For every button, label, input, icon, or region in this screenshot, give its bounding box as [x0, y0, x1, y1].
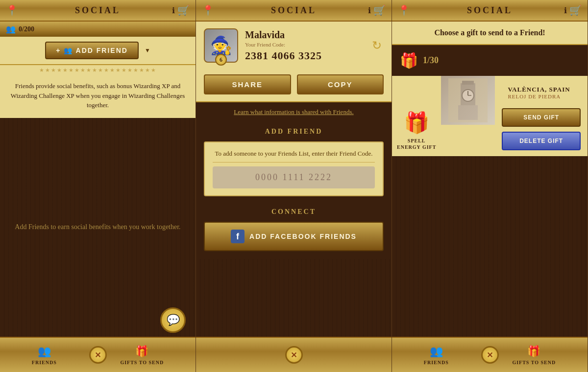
panel2-dark-filler — [196, 259, 392, 337]
avatar-container: 🧙 6 — [204, 28, 238, 63]
input-divider — [213, 162, 375, 163]
gift-card-right: VALÈNCIA, SPAIN RELOJ DE PIEDRA SEND GIF… — [441, 76, 588, 156]
info-icon-1[interactable]: ℹ — [172, 6, 175, 15]
gift-location-info: VALÈNCIA, SPAIN RELOJ DE PIEDRA — [502, 82, 581, 103]
gift-location-country: VALÈNCIA, SPAIN — [508, 86, 575, 93]
gift-box-icon: 🎁 — [404, 111, 429, 135]
location-icon-3: 📍 — [398, 4, 410, 16]
dark-content-area: Add Friends to earn social benefits when… — [0, 118, 196, 337]
chat-icon: 💬 — [167, 314, 180, 326]
connect-section-title: CONNECT — [204, 208, 384, 216]
info-icon-3[interactable]: ℹ — [564, 6, 567, 15]
gifts-tab-label-3: GIFTS TO SEND — [512, 360, 556, 365]
choose-gift-header: Choose a gift to send to a Friend! — [392, 22, 588, 45]
connect-section: CONNECT f ADD FACEBOOK FRIENDS — [196, 202, 392, 259]
title-2: SOCIAL — [271, 5, 317, 16]
delete-gift-button[interactable]: DELETE GIFT — [502, 132, 581, 150]
close-button-3[interactable]: ✕ — [481, 346, 499, 364]
gift-photo — [441, 76, 495, 125]
stars-divider: ★★★★★★★★★★★★★★★★★★★★ — [0, 65, 196, 75]
facebook-btn-label: ADD FACEBOOK FRIENDS — [249, 232, 357, 240]
cart-icon-3[interactable]: 🛒 — [569, 4, 582, 16]
learn-link[interactable]: Learn what information is shared with Fr… — [196, 102, 392, 122]
add-friend-button[interactable]: + 👥 ADD FRIEND — [45, 42, 139, 59]
add-friend-section: ADD FRIEND To add someone to your Friend… — [196, 122, 392, 202]
cart-icon-2[interactable]: 🛒 — [373, 4, 386, 16]
friend-code-input-box: To add someone to your Friends List, ent… — [204, 141, 384, 196]
dropdown-arrow: ▼ — [145, 47, 150, 54]
friend-code-label: Your Friend Code: — [245, 42, 363, 47]
friends-count-text: 0/200 — [19, 25, 34, 33]
cart-icon-1[interactable]: 🛒 — [177, 4, 190, 16]
location-icon-2: 📍 — [202, 4, 214, 16]
top-bar-2: 📍 SOCIAL ℹ 🛒 — [196, 0, 392, 22]
friends-count-bar: 👥 0/200 — [0, 22, 196, 37]
friend-code-display: 2381 4066 3325 — [245, 49, 363, 62]
friend-code-input[interactable] — [213, 166, 375, 188]
friends-info-text: Friends provide social benefits, such as… — [0, 75, 196, 118]
bottom-bar-2: ✕ — [196, 337, 392, 372]
input-description: To add someone to your Friends List, ent… — [213, 149, 375, 158]
panel-add-friend: 📍 SOCIAL ℹ 🛒 🧙 6 Malavida Your Friend Co… — [196, 0, 392, 372]
gift-item-card: 🎁 SPELL ENERGY GIFT — [392, 76, 588, 156]
friends-tab-label-3: FRIENDS — [424, 360, 449, 365]
close-button-2[interactable]: ✕ — [285, 346, 303, 364]
gift-card-content: VALÈNCIA, SPAIN RELOJ DE PIEDRA SEND GIF… — [441, 76, 588, 156]
share-copy-buttons: SHARE COPY — [196, 70, 392, 102]
chat-bubble[interactable]: 💬 — [160, 307, 186, 333]
close-button-1[interactable]: ✕ — [89, 346, 107, 364]
tab-gifts-1[interactable]: 🎁 GIFTS TO SEND — [110, 345, 173, 365]
top-bar-3: 📍 SOCIAL ℹ 🛒 — [392, 0, 588, 22]
copy-button[interactable]: COPY — [297, 74, 384, 94]
title-1: SOCIAL — [75, 5, 121, 16]
avatar-level: 6 — [215, 54, 227, 66]
gift-counter-icon: 🎁 — [400, 52, 418, 69]
facebook-icon: f — [231, 230, 245, 243]
gift-image-left: 🎁 SPELL ENERGY GIFT — [392, 76, 441, 156]
profile-info: Malavida Your Friend Code: 2381 4066 332… — [245, 29, 363, 62]
friends-tab-icon-3: 👥 — [430, 345, 443, 358]
location-icon-1: 📍 — [6, 4, 18, 16]
gift-buttons: VALÈNCIA, SPAIN RELOJ DE PIEDRA SEND GIF… — [495, 76, 588, 156]
friends-tab-icon: 👥 — [38, 345, 51, 358]
profile-section: 🧙 6 Malavida Your Friend Code: 2381 4066… — [196, 22, 392, 70]
tab-gifts-3[interactable]: 🎁 GIFTS TO SEND — [502, 345, 565, 365]
gift-fraction: 1/30 — [423, 55, 439, 66]
bottom-bar-1: 👥 FRIENDS ✕ 🎁 GIFTS TO SEND — [0, 337, 196, 372]
gift-location-name: RELOJ DE PIEDRA — [508, 93, 575, 99]
title-3: SOCIAL — [467, 5, 513, 16]
gifts-tab-icon-3: 🎁 — [527, 345, 540, 358]
panel3-dark-filler — [392, 160, 588, 337]
panel-gifts: 📍 SOCIAL ℹ 🛒 Choose a gift to send to a … — [392, 0, 588, 372]
gifts-tab-label: GIFTS TO SEND — [120, 360, 164, 365]
add-friend-btn-label: + 👥 ADD FRIEND — [56, 46, 128, 54]
friends-count-icon: 👥 — [6, 24, 16, 34]
add-friend-section-title: ADD FRIEND — [204, 128, 384, 136]
tab-friends-3[interactable]: 👥 FRIENDS — [414, 345, 459, 365]
gifts-tab-icon: 🎁 — [135, 345, 148, 358]
bottom-bar-3: 👥 FRIENDS ✕ 🎁 GIFTS TO SEND — [392, 337, 588, 372]
friends-tab-label: FRIENDS — [32, 360, 57, 365]
profile-name: Malavida — [245, 29, 363, 41]
gift-counter: 🎁 1/30 — [392, 45, 588, 76]
add-friend-area: + 👥 ADD FRIEND ▼ — [0, 37, 196, 65]
gift-type-label: SPELL ENERGY GIFT — [397, 138, 436, 150]
empty-state-text: Add Friends to earn social benefits when… — [15, 222, 180, 232]
send-gift-button[interactable]: SEND GIFT — [502, 108, 581, 127]
top-bar-1: 📍 SOCIAL ℹ 🛒 — [0, 0, 196, 22]
tab-friends-1[interactable]: 👥 FRIENDS — [22, 345, 67, 365]
refresh-button[interactable]: ↻ — [370, 37, 384, 54]
info-icon-2[interactable]: ℹ — [368, 6, 371, 15]
panel-friends: 📍 SOCIAL ℹ 🛒 👥 0/200 + 👥 ADD FRIEND ▼ ★★… — [0, 0, 196, 372]
share-button[interactable]: SHARE — [204, 74, 291, 94]
facebook-button[interactable]: f ADD FACEBOOK FRIENDS — [204, 222, 384, 251]
